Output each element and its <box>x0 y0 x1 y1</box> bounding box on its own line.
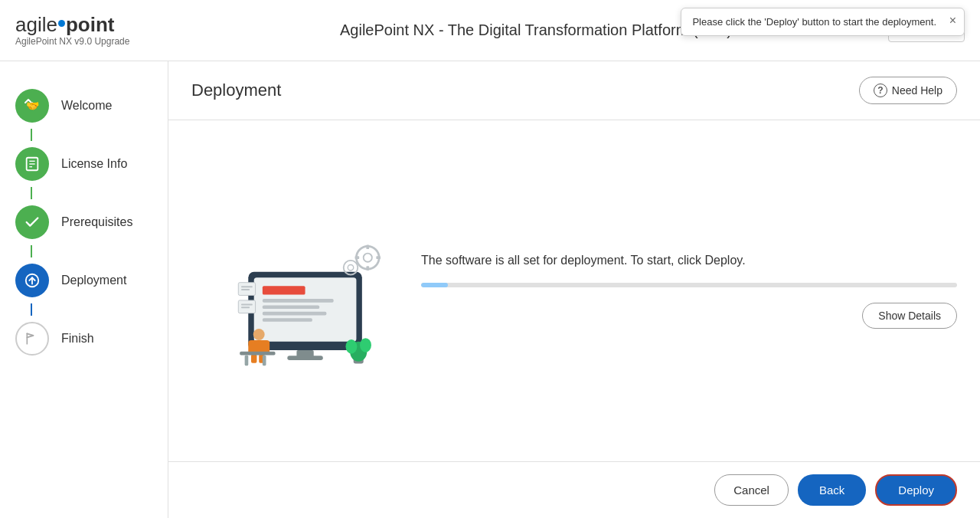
tooltip-close-button[interactable]: × <box>949 15 956 27</box>
svg-rect-23 <box>263 355 266 366</box>
deployment-icon <box>15 264 49 297</box>
svg-rect-21 <box>240 351 275 355</box>
welcome-icon: 🤝 <box>15 89 49 123</box>
svg-point-27 <box>360 338 371 352</box>
logo-agile: agile <box>15 13 57 36</box>
header: agilepoint AgilePoint NX v9.0 Upgrade Ag… <box>0 0 980 61</box>
svg-rect-22 <box>245 355 249 366</box>
content-area: Deployment ? Need Help <box>168 61 980 518</box>
logo-point: point <box>66 13 115 36</box>
sidebar-item-finish[interactable]: Finish <box>0 310 168 368</box>
svg-rect-14 <box>263 318 312 322</box>
content-footer: Cancel Back Deploy <box>168 461 980 518</box>
content-body: The software is all set for deployment. … <box>168 120 980 461</box>
svg-rect-32 <box>355 256 360 259</box>
sidebar-item-prerequisites[interactable]: Prerequisites <box>0 193 168 251</box>
logo-area: agilepoint AgilePoint NX v9.0 Upgrade <box>15 15 184 47</box>
cancel-button[interactable]: Cancel <box>714 474 789 506</box>
sidebar-item-deployment[interactable]: Deployment <box>0 251 168 310</box>
deploy-message: The software is all set for deployment. … <box>421 254 957 267</box>
svg-point-17 <box>253 329 265 340</box>
sidebar-item-license[interactable]: License Info <box>0 135 168 193</box>
svg-rect-19 <box>251 354 256 362</box>
logo: agilepoint AgilePoint NX v9.0 Upgrade <box>15 15 129 47</box>
license-icon <box>15 147 49 181</box>
svg-point-35 <box>348 264 353 270</box>
svg-rect-33 <box>376 256 381 259</box>
svg-rect-31 <box>366 266 369 270</box>
tooltip-message: Please click the 'Deploy' button to star… <box>692 16 936 28</box>
sidebar-label-prerequisites: Prerequisites <box>61 215 132 229</box>
finish-icon <box>15 322 49 356</box>
sidebar-label-license: License Info <box>61 157 127 171</box>
sidebar: 🤝 Welcome License Info <box>0 61 168 518</box>
logo-subtitle: AgilePoint NX v9.0 Upgrade <box>15 36 129 47</box>
tooltip-banner: Please click the 'Deploy' button to star… <box>681 8 965 36</box>
logo-text: agilepoint <box>15 15 129 34</box>
sidebar-item-welcome[interactable]: 🤝 Welcome <box>0 77 168 135</box>
svg-rect-13 <box>263 311 327 315</box>
svg-text:🤝: 🤝 <box>26 100 40 113</box>
svg-rect-30 <box>366 244 369 249</box>
svg-rect-12 <box>263 305 319 309</box>
content-header: Deployment ? Need Help <box>168 61 980 120</box>
progress-bar-fill <box>421 283 448 287</box>
show-details-button[interactable]: Show Details <box>862 303 957 329</box>
svg-rect-38 <box>241 289 250 290</box>
page-title: Deployment <box>191 80 281 100</box>
logo-dot <box>58 20 65 27</box>
svg-point-29 <box>364 253 372 261</box>
need-help-label: Need Help <box>892 84 942 97</box>
need-help-button[interactable]: ? Need Help <box>859 77 957 104</box>
deployment-illustration <box>191 213 390 369</box>
prerequisites-icon <box>15 205 49 239</box>
progress-bar <box>421 283 957 287</box>
sidebar-label-finish: Finish <box>61 332 94 346</box>
svg-rect-16 <box>287 356 322 360</box>
svg-point-26 <box>346 339 358 354</box>
svg-rect-39 <box>238 300 255 313</box>
svg-rect-10 <box>263 286 305 294</box>
svg-rect-11 <box>263 299 334 303</box>
svg-rect-41 <box>241 307 250 308</box>
svg-rect-37 <box>241 286 253 287</box>
svg-point-28 <box>356 246 379 269</box>
svg-rect-40 <box>241 303 253 305</box>
main-layout: 🤝 Welcome License Info <box>0 61 980 518</box>
sidebar-label-welcome: Welcome <box>61 99 112 113</box>
sidebar-label-deployment: Deployment <box>61 274 126 287</box>
deploy-button[interactable]: Deploy <box>875 474 957 506</box>
info-area: The software is all set for deployment. … <box>421 254 957 329</box>
back-button[interactable]: Back <box>798 474 866 506</box>
question-icon: ? <box>874 84 887 97</box>
